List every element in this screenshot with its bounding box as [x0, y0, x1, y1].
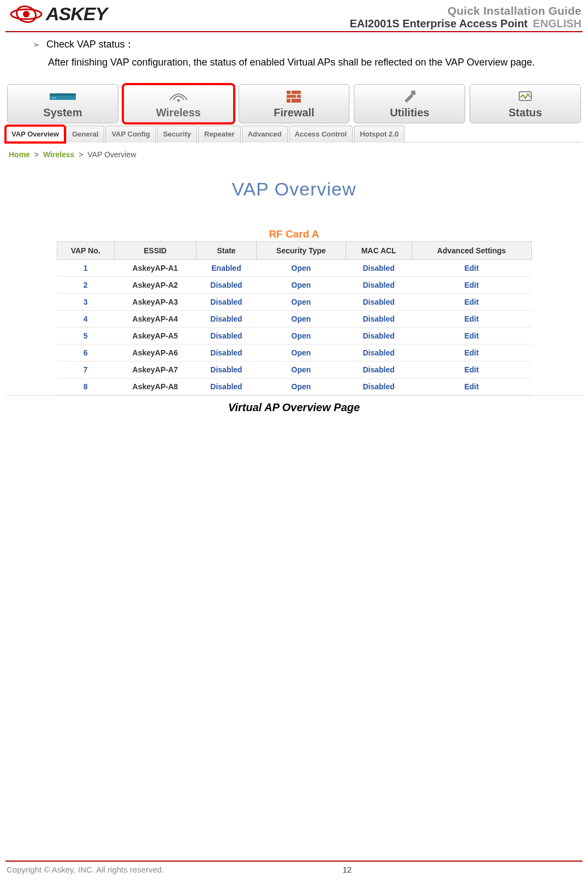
state-link[interactable]: Disabled — [196, 361, 257, 378]
mac-acl-link[interactable]: Disabled — [346, 311, 412, 328]
column-header: MAC ACL — [346, 242, 412, 260]
security-link[interactable]: Open — [257, 378, 346, 395]
essid: AskeyAP-A5 — [114, 328, 196, 345]
main-tab-wireless[interactable]: Wireless — [123, 84, 234, 123]
sub-tab-access-control[interactable]: Access Control — [289, 126, 353, 143]
edit-link[interactable]: Edit — [412, 294, 531, 311]
main-tab-system[interactable]: System — [7, 84, 118, 123]
table-row: 1AskeyAP-A1EnabledOpenDisabledEdit — [57, 260, 531, 277]
essid: AskeyAP-A1 — [114, 260, 196, 277]
table-row: 2AskeyAP-A2DisabledOpenDisabledEdit — [57, 277, 531, 294]
sub-tab-vap-config[interactable]: VAP Config — [105, 126, 156, 143]
page-number: 12 — [343, 865, 352, 874]
mac-acl-link[interactable]: Disabled — [346, 277, 412, 294]
sub-tab-advanced[interactable]: Advanced — [242, 126, 288, 143]
askey-logo-icon — [10, 5, 43, 23]
svg-rect-14 — [411, 91, 415, 95]
svg-rect-8 — [287, 91, 301, 103]
vap-table: VAP No.ESSIDStateSecurity TypeMAC ACLAdv… — [57, 241, 532, 395]
doc-language: ENGLISH — [533, 17, 581, 29]
main-tab-utilities[interactable]: Utilities — [354, 84, 465, 123]
copyright-text: Copyright © Askey, INC. All rights reser… — [7, 865, 164, 874]
security-link[interactable]: Open — [257, 345, 346, 361]
edit-link[interactable]: Edit — [412, 328, 531, 345]
sub-tab-hotspot-2-0[interactable]: Hotspot 2.0 — [354, 126, 405, 143]
security-link[interactable]: Open — [257, 277, 346, 294]
main-tab-status[interactable]: Status — [470, 84, 581, 123]
edit-link[interactable]: Edit — [412, 260, 531, 277]
table-row: 6AskeyAP-A6DisabledOpenDisabledEdit — [57, 345, 531, 361]
svg-rect-4 — [50, 93, 76, 96]
bullet-chevron-icon: ➢ — [33, 39, 40, 51]
sub-tab-general[interactable]: General — [66, 126, 104, 143]
vap-no: 5 — [57, 328, 114, 345]
breadcrumb-section[interactable]: Wireless — [43, 150, 74, 159]
utilities-icon — [401, 89, 418, 104]
column-header: Security Type — [257, 242, 346, 260]
sub-tab-security[interactable]: Security — [157, 126, 197, 143]
column-header: ESSID — [114, 242, 196, 260]
state-link[interactable]: Disabled — [196, 378, 257, 395]
wireless-icon — [168, 89, 189, 104]
main-tab-label: Firewall — [274, 106, 314, 119]
table-row: 7AskeyAP-A7DisabledOpenDisabledEdit — [57, 361, 531, 378]
firewall-icon — [286, 89, 302, 104]
state-link[interactable]: Disabled — [196, 294, 257, 311]
security-link[interactable]: Open — [257, 260, 346, 277]
main-tab-label: Status — [509, 106, 542, 119]
mac-acl-link[interactable]: Disabled — [346, 294, 412, 311]
status-icon — [517, 89, 533, 104]
state-link[interactable]: Disabled — [196, 345, 257, 361]
main-tab-label: Utilities — [390, 106, 429, 119]
footer-rule — [5, 861, 583, 862]
essid: AskeyAP-A6 — [114, 345, 196, 361]
state-link[interactable]: Disabled — [196, 277, 257, 294]
edit-link[interactable]: Edit — [412, 311, 531, 328]
sub-tabs: VAP OverviewGeneralVAP ConfigSecurityRep… — [5, 126, 583, 143]
security-link[interactable]: Open — [257, 311, 346, 328]
header-rule — [5, 31, 583, 32]
vap-no: 2 — [57, 277, 114, 294]
rf-card-title: RF Card A — [5, 228, 583, 240]
edit-link[interactable]: Edit — [412, 277, 531, 294]
essid: AskeyAP-A2 — [114, 277, 196, 294]
page-header: ASKEY Quick Installation Guide EAI2001S … — [0, 0, 588, 30]
table-row: 3AskeyAP-A3DisabledOpenDisabledEdit — [57, 294, 531, 311]
system-icon — [49, 89, 77, 104]
main-tab-label: System — [43, 106, 82, 119]
mac-acl-link[interactable]: Disabled — [346, 260, 412, 277]
vap-no: 7 — [57, 361, 114, 378]
mac-acl-link[interactable]: Disabled — [346, 361, 412, 378]
edit-link[interactable]: Edit — [412, 361, 531, 378]
security-link[interactable]: Open — [257, 361, 346, 378]
bullet-paragraph: After finishing VAP configuration, the s… — [48, 53, 555, 72]
mac-acl-link[interactable]: Disabled — [346, 328, 412, 345]
doc-title: Quick Installation Guide — [349, 4, 581, 17]
column-header: State — [196, 242, 257, 260]
state-link[interactable]: Enabled — [196, 260, 257, 277]
state-link[interactable]: Disabled — [196, 311, 257, 328]
figure-caption: Virtual AP Overview Page — [0, 401, 588, 414]
mac-acl-link[interactable]: Disabled — [346, 345, 412, 361]
breadcrumb: Home > Wireless > VAP Overview — [5, 143, 583, 159]
table-row: 8AskeyAP-A8DisabledOpenDisabledEdit — [57, 378, 531, 395]
edit-link[interactable]: Edit — [412, 378, 531, 395]
breadcrumb-home[interactable]: Home — [9, 150, 30, 159]
security-link[interactable]: Open — [257, 294, 346, 311]
svg-point-1 — [23, 11, 29, 17]
sub-tab-vap-overview[interactable]: VAP Overview — [5, 126, 65, 143]
sub-tab-repeater[interactable]: Repeater — [198, 126, 241, 143]
column-header: VAP No. — [57, 242, 114, 260]
security-link[interactable]: Open — [257, 328, 346, 345]
svg-point-5 — [52, 97, 54, 98]
essid: AskeyAP-A3 — [114, 294, 196, 311]
vap-no: 8 — [57, 378, 114, 395]
vap-no: 4 — [57, 311, 114, 328]
main-tab-firewall[interactable]: Firewall — [239, 84, 350, 123]
header-right: Quick Installation Guide EAI2001S Enterp… — [349, 4, 581, 30]
svg-point-6 — [55, 97, 56, 98]
state-link[interactable]: Disabled — [196, 328, 257, 345]
mac-acl-link[interactable]: Disabled — [346, 378, 412, 395]
edit-link[interactable]: Edit — [412, 345, 531, 361]
table-row: 5AskeyAP-A5DisabledOpenDisabledEdit — [57, 328, 531, 345]
